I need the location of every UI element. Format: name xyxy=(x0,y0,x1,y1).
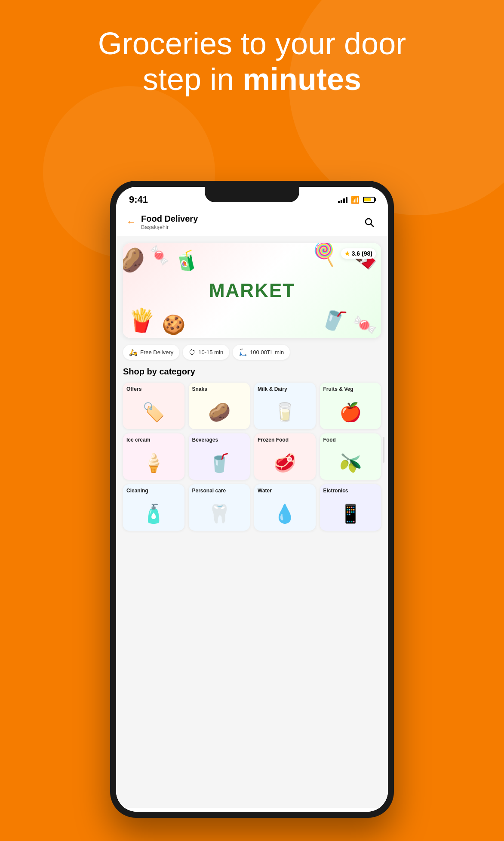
delivery-info: 🛵 Free Delivery ⏱ 10-15 min 🛴 100.00TL m… xyxy=(116,345,388,360)
banner-food-3: 🧃 xyxy=(173,248,200,274)
category-image: 🍦 xyxy=(123,445,184,480)
category-card-fruits-&-veg[interactable]: Fruits & Veg 🍎 xyxy=(320,383,381,429)
category-image: 🫒 xyxy=(320,445,381,480)
category-label: Water xyxy=(254,484,316,496)
banner-food-2: 🍬 xyxy=(147,244,172,267)
search-button[interactable] xyxy=(360,213,378,231)
category-card-personal-care[interactable]: Personal care 🦷 xyxy=(189,484,250,531)
wifi-icon: 📶 xyxy=(351,196,360,204)
category-card-frozen-food[interactable]: Frozen Food 🥩 xyxy=(254,433,316,480)
category-label: Beverages xyxy=(189,433,250,445)
category-image: 🥤 xyxy=(189,445,250,480)
banner-food-4: 🍭 xyxy=(310,243,341,268)
header-left: ← Food Delivery Başakşehir xyxy=(126,214,198,230)
time-badge: ⏱ 10-15 min xyxy=(183,345,229,360)
category-label: Offers xyxy=(123,383,184,395)
banner-food-7: 🍪 xyxy=(159,311,188,338)
category-card-food[interactable]: Food 🫒 xyxy=(320,433,381,480)
section-title: Shop by category xyxy=(123,367,381,377)
category-label: Snaks xyxy=(189,383,250,395)
header-title: Food Delivery xyxy=(141,214,198,224)
banner-food-8: 🥤 xyxy=(317,303,350,335)
banner-rating: ★ 3.6 (98) xyxy=(341,248,376,259)
min-order-badge: 🛴 100.00TL min xyxy=(233,345,290,360)
banner-food-1: 🥔 xyxy=(123,244,149,276)
scroll-content[interactable]: 🥔 🍬 🧃 🍭 🍫 🍟 🍪 🥤 🍬 ★ 3.6 (98) xyxy=(116,236,388,808)
hero-line1: Groceries to your door xyxy=(26,26,478,62)
battery-fill xyxy=(364,198,371,201)
category-label: Fruits & Veg xyxy=(320,383,381,395)
category-card-offers[interactable]: Offers 🏷️ xyxy=(123,383,184,429)
phone-frame: 9:41 📶 ← Food xyxy=(110,181,394,818)
header-subtitle: Başakşehir xyxy=(141,224,198,230)
delivery-icon: 🛵 xyxy=(129,348,138,356)
signal-bar-2 xyxy=(341,200,342,203)
category-label: Milk & Dairy xyxy=(254,383,316,395)
phone-notch xyxy=(205,187,299,202)
category-grid: Offers 🏷️ Snaks 🥔 Milk & Dairy 🥛 Fruits … xyxy=(123,383,381,531)
market-banner: 🥔 🍬 🧃 🍭 🍫 🍟 🍪 🥤 🍬 ★ 3.6 (98) xyxy=(123,243,381,338)
category-label: Elctronics xyxy=(320,484,381,496)
category-label: Cleaning xyxy=(123,484,184,496)
time-label: 10-15 min xyxy=(198,349,223,356)
app-header: ← Food Delivery Başakşehir xyxy=(116,209,388,236)
category-image: 🧴 xyxy=(123,496,184,531)
star-icon: ★ xyxy=(344,250,350,257)
category-card-beverages[interactable]: Beverages 🥤 xyxy=(189,433,250,480)
category-card-snaks[interactable]: Snaks 🥔 xyxy=(189,383,250,429)
time-icon: ⏱ xyxy=(189,349,196,356)
min-order-label: 100.00TL min xyxy=(250,349,284,356)
signal-bars xyxy=(338,196,347,203)
signal-bar-4 xyxy=(346,197,347,203)
hero-text: Groceries to your door step in minutes xyxy=(0,26,504,97)
battery-icon xyxy=(363,197,375,203)
category-label: Ice cream xyxy=(123,433,184,445)
app-content: ← Food Delivery Başakşehir xyxy=(116,209,388,812)
category-label: Personal care xyxy=(189,484,250,496)
back-button[interactable]: ← xyxy=(126,216,136,228)
category-image: 🦷 xyxy=(189,496,250,531)
phone-inner: 9:41 📶 ← Food xyxy=(116,187,388,812)
free-delivery-label: Free Delivery xyxy=(140,349,173,356)
category-image: 💧 xyxy=(254,496,316,531)
category-card-elctronics[interactable]: Elctronics 📱 xyxy=(320,484,381,531)
category-image: 📱 xyxy=(320,496,381,531)
category-card-ice-cream[interactable]: Ice cream 🍦 xyxy=(123,433,184,480)
category-image: 🍎 xyxy=(320,395,381,429)
category-card-water[interactable]: Water 💧 xyxy=(254,484,316,531)
category-image: 🥩 xyxy=(254,445,316,480)
review-count: (98) xyxy=(362,250,372,257)
rating-value: 3.6 xyxy=(352,250,360,257)
scroll-indicator xyxy=(383,437,384,463)
category-label: Food xyxy=(320,433,381,445)
svg-line-1 xyxy=(371,224,374,227)
category-card-milk-&-dairy[interactable]: Milk & Dairy 🥛 xyxy=(254,383,316,429)
banner-food-9: 🍬 xyxy=(351,312,378,338)
hero-line2-bold: minutes xyxy=(243,62,361,96)
category-label: Frozen Food xyxy=(254,433,316,445)
banner-title: MARKET xyxy=(209,280,295,301)
header-info: Food Delivery Başakşehir xyxy=(141,214,198,230)
hero-line2: step in minutes xyxy=(26,62,478,97)
category-section: Shop by category Offers 🏷️ Snaks 🥔 Milk … xyxy=(116,367,388,531)
category-image: 🥔 xyxy=(189,395,250,429)
signal-bar-3 xyxy=(343,198,345,203)
min-order-icon: 🛴 xyxy=(239,348,247,356)
status-time: 9:41 xyxy=(129,194,148,205)
category-image: 🏷️ xyxy=(123,395,184,429)
signal-bar-1 xyxy=(338,201,340,203)
status-icons: 📶 xyxy=(338,196,375,204)
category-card-cleaning[interactable]: Cleaning 🧴 xyxy=(123,484,184,531)
hero-line2-normal: step in xyxy=(143,62,243,96)
free-delivery-badge: 🛵 Free Delivery xyxy=(123,345,179,360)
banner-food-6: 🍟 xyxy=(126,306,156,334)
category-image: 🥛 xyxy=(254,395,316,429)
